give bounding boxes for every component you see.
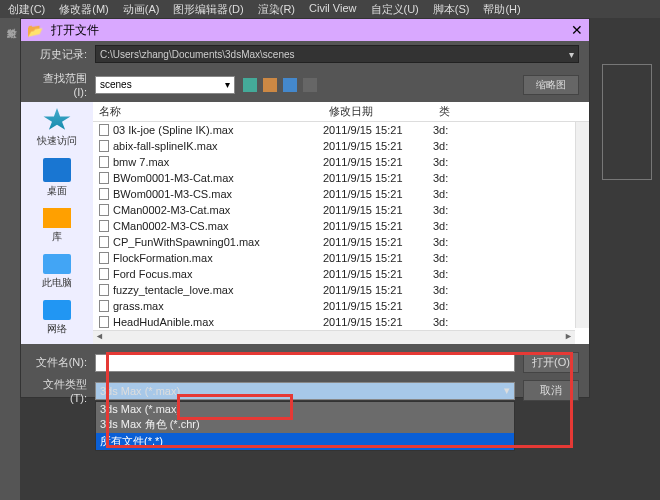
file-date: 2011/9/15 15:21 (323, 220, 433, 232)
filetype-label: 文件类型(T): (31, 377, 87, 404)
file-name: BWom0001-M3-CS.max (113, 188, 232, 200)
sidebar-item-label: 快速访问 (37, 134, 77, 148)
menu-item[interactable]: 创建(C) (8, 2, 45, 16)
up-icon[interactable] (263, 78, 277, 92)
dialog-title: 打开文件 (51, 22, 563, 39)
file-icon (99, 268, 109, 280)
back-icon[interactable] (243, 78, 257, 92)
file-list-header[interactable]: 名称 修改日期 类 (93, 102, 589, 122)
sidebar-item[interactable]: 网络 (43, 300, 71, 336)
file-icon (99, 124, 109, 136)
file-date: 2011/9/15 15:21 (323, 156, 433, 168)
file-icon (99, 204, 109, 216)
history-value: C:\Users\zhang\Documents\3dsMax\scenes (100, 49, 295, 60)
file-type: 3d: (433, 220, 463, 232)
file-name: 03 Ik-joe (Spline IK).max (113, 124, 233, 136)
file-date: 2011/9/15 15:21 (323, 316, 433, 328)
left-panel-label: 对象绘 (0, 18, 20, 500)
menu-item[interactable]: 动画(A) (123, 2, 160, 16)
file-name: bmw 7.max (113, 156, 169, 168)
open-button[interactable]: 打开(O) (523, 352, 579, 373)
file-row[interactable]: BWom0001-M3-Cat.max2011/9/15 15:213d: (93, 170, 589, 186)
preview-panel (602, 64, 652, 180)
ic-quick-icon (43, 108, 71, 132)
filetype-dropdown-list: 3ds Max (*.max) 3ds Max 角色 (*.chr) 所有文件(… (95, 401, 515, 451)
file-row[interactable]: FlockFormation.max2011/9/15 15:213d: (93, 250, 589, 266)
file-date: 2011/9/15 15:21 (323, 300, 433, 312)
file-type: 3d: (433, 316, 463, 328)
sidebar-item[interactable]: 此电脑 (42, 254, 72, 290)
history-dropdown[interactable]: C:\Users\zhang\Documents\3dsMax\scenes▾ (95, 45, 579, 63)
column-date[interactable]: 修改日期 (323, 102, 433, 121)
file-date: 2011/9/15 15:21 (323, 268, 433, 280)
scrollbar-vertical[interactable] (575, 122, 589, 328)
scrollbar-horizontal[interactable] (93, 330, 575, 344)
file-row[interactable]: 03 Ik-joe (Spline IK).max2011/9/15 15:21… (93, 122, 589, 138)
chevron-down-icon: ▾ (569, 49, 574, 60)
main-menu-bar: 创建(C)修改器(M)动画(A)图形编辑器(D)渲染(R)Civil View自… (0, 0, 660, 18)
file-type: 3d: (433, 140, 463, 152)
ic-desktop-icon (43, 158, 71, 182)
cancel-button[interactable]: 取消 (523, 380, 579, 401)
column-type[interactable]: 类 (433, 102, 463, 121)
menu-item[interactable]: 渲染(R) (258, 2, 295, 16)
filetype-option[interactable]: 3ds Max (*.max) (96, 402, 514, 416)
sidebar-item-label: 库 (52, 230, 62, 244)
file-icon (99, 140, 109, 152)
menu-item[interactable]: 修改器(M) (59, 2, 109, 16)
file-name: CP_FunWithSpawning01.max (113, 236, 260, 248)
filename-input[interactable] (95, 354, 515, 372)
file-row[interactable]: CP_FunWithSpawning01.max2011/9/15 15:213… (93, 234, 589, 250)
menu-item[interactable]: 自定义(U) (371, 2, 419, 16)
file-name: abix-fall-splineIK.max (113, 140, 218, 152)
column-name[interactable]: 名称 (93, 102, 323, 121)
menu-item[interactable]: 帮助(H) (483, 2, 520, 16)
filetype-option[interactable]: 所有文件(*.*) (96, 433, 514, 450)
view-icon[interactable] (303, 78, 317, 92)
folder-dropdown[interactable]: scenes▾ (95, 76, 235, 94)
file-row[interactable]: CMan0002-M3-CS.max2011/9/15 15:213d: (93, 218, 589, 234)
file-date: 2011/9/15 15:21 (323, 172, 433, 184)
newfolder-icon[interactable] (283, 78, 297, 92)
sidebar-item[interactable]: 库 (43, 208, 71, 244)
filetype-option[interactable]: 3ds Max 角色 (*.chr) (96, 416, 514, 433)
file-date: 2011/9/15 15:21 (323, 124, 433, 136)
thumbnail-button[interactable]: 缩略图 (523, 75, 579, 95)
file-icon (99, 316, 109, 328)
folder-value: scenes (100, 79, 132, 90)
close-button[interactable]: ✕ (571, 22, 583, 38)
menu-item[interactable]: Civil View (309, 2, 356, 16)
file-date: 2011/9/15 15:21 (323, 188, 433, 200)
file-name: Ford Focus.max (113, 268, 192, 280)
ic-pc-icon (43, 254, 71, 274)
file-name: CMan0002-M3-CS.max (113, 220, 229, 232)
file-icon (99, 172, 109, 184)
file-row[interactable]: fuzzy_tentacle_love.max2011/9/15 15:213d… (93, 282, 589, 298)
file-name: CMan0002-M3-Cat.max (113, 204, 230, 216)
sidebar-item-label: 网络 (47, 322, 67, 336)
file-row[interactable]: CMan0002-M3-Cat.max2011/9/15 15:213d: (93, 202, 589, 218)
chevron-down-icon: ▾ (504, 384, 510, 397)
file-type: 3d: (433, 252, 463, 264)
menu-item[interactable]: 脚本(S) (433, 2, 470, 16)
sidebar-item[interactable]: 快速访问 (37, 108, 77, 148)
file-type: 3d: (433, 236, 463, 248)
file-row[interactable]: abix-fall-splineIK.max2011/9/15 15:213d: (93, 138, 589, 154)
file-row[interactable]: BWom0001-M3-CS.max2011/9/15 15:213d: (93, 186, 589, 202)
sidebar-item[interactable]: 桌面 (43, 158, 71, 198)
file-row[interactable]: bmw 7.max2011/9/15 15:213d: (93, 154, 589, 170)
folder-label: 查找范围(I): (31, 71, 87, 98)
file-row[interactable]: HeadHudAnible.max2011/9/15 15:213d: (93, 314, 589, 328)
chevron-down-icon: ▾ (225, 79, 230, 90)
sidebar-item-label: 此电脑 (42, 276, 72, 290)
menu-item[interactable]: 图形编辑器(D) (173, 2, 243, 16)
file-date: 2011/9/15 15:21 (323, 140, 433, 152)
file-list: 名称 修改日期 类 03 Ik-joe (Spline IK).max2011/… (93, 102, 589, 344)
file-row[interactable]: grass.max2011/9/15 15:213d: (93, 298, 589, 314)
file-row[interactable]: Ford Focus.max2011/9/15 15:213d: (93, 266, 589, 282)
file-type: 3d: (433, 172, 463, 184)
filetype-combo[interactable]: 3ds Max (*.max)▾ 3ds Max (*.max) 3ds Max… (95, 382, 515, 400)
filetype-value: 3ds Max (*.max) (100, 385, 180, 397)
dialog-title-bar[interactable]: 📂 打开文件 ✕ (21, 19, 589, 41)
places-sidebar: 快速访问桌面库此电脑网络 (21, 102, 93, 344)
